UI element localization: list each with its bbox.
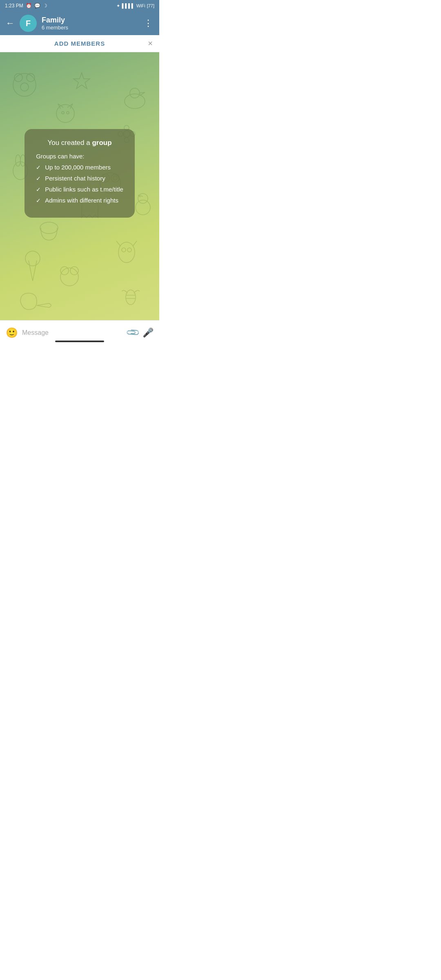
svg-point-0	[13, 74, 36, 96]
group-name: Family	[42, 16, 139, 24]
back-button[interactable]: ←	[6, 18, 15, 29]
add-members-label[interactable]: ADD MEMBERS	[54, 40, 105, 47]
svg-point-8	[67, 111, 69, 114]
info-item-1: ✓ Up to 200,000 members	[36, 164, 123, 171]
svg-point-7	[62, 111, 64, 114]
status-right: ✦ ▌▌▌▌ WiFi [77]	[116, 3, 154, 9]
status-bar: 1:23 PM ⏰ 💬 ☽ ✦ ▌▌▌▌ WiFi [77]	[0, 0, 159, 11]
svg-point-24	[138, 194, 148, 203]
emoji-button[interactable]: 🙂	[6, 327, 18, 339]
chat-background: You created a group Groups can have: ✓ U…	[0, 52, 159, 327]
svg-point-30	[60, 267, 69, 275]
svg-point-1	[14, 74, 22, 82]
info-item-3: ✓ Public links such as t.me/title	[36, 186, 123, 193]
signal-icon: ▌▌▌▌	[122, 3, 134, 8]
wifi-icon: WiFi	[136, 3, 145, 8]
svg-point-32	[126, 290, 136, 305]
alarm-icon: ⏰	[26, 3, 32, 9]
svg-point-22	[40, 222, 58, 234]
info-item-label-1: Up to 200,000 members	[45, 164, 111, 171]
svg-point-29	[60, 268, 78, 286]
attach-button[interactable]: 📎	[125, 325, 140, 340]
svg-point-25	[25, 251, 40, 266]
info-card-title: You created a group	[36, 139, 123, 147]
info-item-label-2: Persistent chat history	[45, 175, 105, 182]
svg-point-4	[125, 94, 145, 109]
member-count: 6 members	[42, 24, 139, 31]
svg-point-2	[27, 74, 35, 82]
svg-point-6	[56, 105, 74, 122]
group-avatar: F	[20, 15, 37, 32]
microphone-button[interactable]: 🎤	[143, 327, 154, 338]
svg-point-5	[130, 88, 140, 98]
info-item-2: ✓ Persistent chat history	[36, 175, 123, 182]
moon-icon: ☽	[43, 3, 47, 9]
status-left: 1:23 PM ⏰ 💬 ☽	[5, 3, 47, 9]
svg-point-26	[118, 242, 135, 263]
more-options-button[interactable]: ⋮	[144, 18, 154, 29]
bluetooth-icon: ✦	[116, 3, 120, 9]
message-input[interactable]	[22, 329, 123, 336]
info-item-label-3: Public links such as t.me/title	[45, 186, 123, 193]
close-button[interactable]: ×	[148, 39, 153, 48]
svg-point-27	[122, 248, 126, 252]
info-card: You created a group Groups can have: ✓ U…	[24, 129, 135, 218]
svg-point-15	[16, 155, 20, 166]
time-label: 1:23 PM	[5, 3, 23, 9]
svg-point-23	[136, 200, 150, 215]
svg-point-31	[70, 267, 78, 275]
checkmark-icon-3: ✓	[36, 186, 41, 193]
info-item-label-4: Admins with different rights	[45, 197, 118, 204]
battery-label: [77]	[147, 3, 154, 8]
chat-header: ← F Family 6 members ⋮	[0, 11, 159, 35]
info-item-4: ✓ Admins with different rights	[36, 197, 123, 204]
add-members-bar: ADD MEMBERS ×	[0, 35, 159, 52]
checkmark-icon-4: ✓	[36, 197, 41, 204]
home-indicator	[55, 341, 104, 342]
checkmark-icon-1: ✓	[36, 164, 41, 171]
info-card-subtitle: Groups can have:	[36, 153, 123, 160]
svg-point-3	[20, 83, 29, 91]
checkmark-icon-2: ✓	[36, 175, 41, 182]
whatsapp-icon: 💬	[34, 3, 40, 9]
header-info: Family 6 members	[42, 16, 139, 31]
svg-point-28	[127, 248, 131, 252]
